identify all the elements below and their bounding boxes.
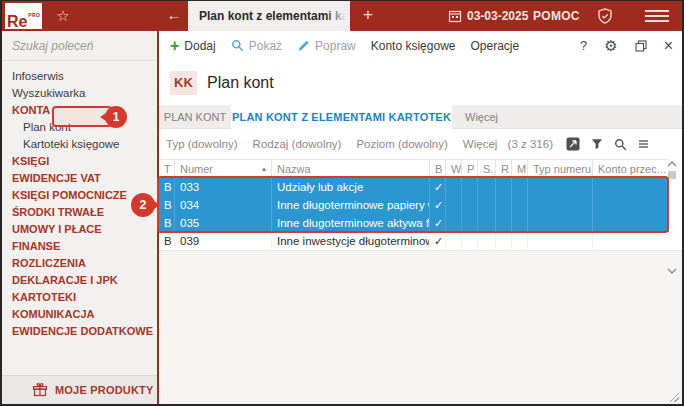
main-panel: + Dodaj Pokaż Popraw Konto księgowe Oper… [159, 31, 682, 404]
col-t[interactable]: T [159, 160, 175, 178]
col-b[interactable]: B [430, 160, 446, 178]
page-header: KK Plan kont [159, 67, 274, 99]
search-input[interactable] [12, 39, 169, 53]
table-row-034[interactable]: B 034 Inne długoterminowe papiery wart..… [159, 196, 669, 214]
accounts-table: T Numer▲ Nazwa B W P S... R M Typ numeru… [159, 159, 669, 250]
cell-typ: B [159, 214, 175, 232]
cell-nazwa: Inne długoterminowe papiery wart... [272, 196, 430, 214]
col-s[interactable]: S... [478, 160, 496, 178]
sidebar-item-ewidencje-dodatkowe[interactable]: EWIDENCJE DODATKOWE [2, 323, 157, 340]
sidebar-item-plan-kont[interactable]: Plan kont [2, 119, 157, 136]
favorite-star-icon[interactable]: ☆ [50, 1, 76, 31]
filter-typ[interactable]: Typ (dowolny) [166, 138, 238, 150]
cell-b-check: ✓ [430, 232, 446, 250]
table-scrollbar[interactable] [665, 161, 679, 179]
col-p[interactable]: P [462, 160, 478, 178]
cell-numer: 039 [175, 232, 272, 250]
col-r[interactable]: R [496, 160, 512, 178]
gear-icon[interactable]: ⚙ [604, 37, 617, 55]
date-widget[interactable]: 03-03-2025 [448, 1, 528, 31]
filter-rodzaj[interactable]: Rodzaj (dowolny) [253, 138, 342, 150]
scrollbar-thumb[interactable] [668, 171, 676, 179]
filterbar: Typ (dowolny) Rodzaj (dowolny) Poziom (d… [159, 129, 682, 159]
tab-title-fade [326, 1, 350, 31]
help-link[interactable]: POMOC [533, 1, 580, 31]
filter-wiecej[interactable]: Więcej [463, 138, 498, 150]
sidebar-item-rozliczenia[interactable]: ROZLICZENIA [2, 255, 157, 272]
magnifier-icon [231, 39, 244, 52]
col-nazwa[interactable]: Nazwa [272, 160, 430, 178]
filterbar-right: (3 z 316) [508, 137, 649, 151]
filter-poziom[interactable]: Poziom (dowolny) [356, 138, 447, 150]
col-m[interactable]: M [512, 160, 528, 178]
topbar: RePRO ☆ ← Plan kont z elementami kart + … [2, 1, 682, 31]
scroll-up-icon[interactable] [667, 161, 677, 167]
cell-numer: 033 [175, 178, 272, 196]
tab-plan-kont-z-elementami-kartotek[interactable]: PLAN KONT Z ELEMENTAMI KARTOTEK [231, 105, 452, 130]
col-typ-numeru[interactable]: Typ numeru... [528, 160, 593, 178]
restore-window-icon[interactable] [635, 40, 647, 52]
my-products-label: MOJE PRODUKTY [55, 384, 154, 396]
resize-grip[interactable] [670, 393, 679, 402]
sidebar-item-konta[interactable]: KONTA [2, 102, 157, 119]
help-button[interactable]: ? [580, 38, 587, 53]
filter-funnel-icon[interactable] [591, 138, 603, 150]
calendar-icon [448, 9, 462, 23]
col-numer[interactable]: Numer▲ [175, 160, 272, 178]
sidebar-item-kartoteki-ksiegowe[interactable]: Kartoteki księgowe [2, 136, 157, 153]
cell-b-check: ✓ [430, 178, 446, 196]
sidebar-divider [157, 31, 159, 404]
my-products-button[interactable]: MOJE PRODUKTY [2, 375, 157, 404]
scroll-down-icon[interactable] [667, 268, 677, 274]
cell-nazwa: Inne inwestycje długoterminowe [272, 232, 430, 250]
account-menu-button[interactable]: Konto księgowe [367, 37, 460, 55]
cell-numer: 034 [175, 196, 272, 214]
col-w[interactable]: W [446, 160, 462, 178]
tab-plan-kont[interactable]: PLAN KONT [159, 105, 231, 128]
sidebar-item-finanse[interactable]: FINANSE [2, 238, 157, 255]
sidebar-item-wyszukiwarka[interactable]: Wyszukiwarka [2, 85, 157, 102]
new-tab-button[interactable]: + [356, 1, 380, 31]
cell-b-check: ✓ [430, 214, 446, 232]
show-label: Pokaż [249, 39, 282, 53]
table-row-033[interactable]: B 033 Udziały lub akcje ✓ [159, 178, 669, 196]
gift-icon [32, 382, 48, 398]
sidebar-item-ksiegi[interactable]: KSIĘGI [2, 153, 157, 170]
sidebar-item-kartoteki[interactable]: KARTOTEKI [2, 289, 157, 306]
export-chart-icon[interactable] [566, 137, 580, 151]
panel-window-controls: ? ⚙ × [580, 31, 673, 60]
search-icon[interactable] [614, 138, 627, 151]
account-menu-label: Konto księgowe [371, 39, 456, 53]
record-count: (3 z 316) [508, 138, 553, 150]
table-row-035[interactable]: B 035 Inne długoterminowe aktywa finan..… [159, 214, 669, 232]
hamburger-menu-icon[interactable] [645, 10, 669, 25]
edit-button[interactable]: Popraw [293, 37, 360, 55]
cell-nazwa: Udziały lub akcje [272, 178, 430, 196]
list-options-icon[interactable] [638, 139, 649, 149]
module-toolbar: + Dodaj Pokaż Popraw Konto księgowe Oper… [159, 31, 682, 60]
current-date: 03-03-2025 [467, 9, 528, 23]
col-konto-przeciwstawne[interactable]: Konto przec... [593, 160, 669, 178]
tab-wiecej[interactable]: Więcej [452, 105, 511, 128]
cell-typ: B [159, 232, 175, 250]
annotation-tail [154, 201, 160, 209]
sidebar: Infoserwis Wyszukiwarka KONTA Plan kont … [2, 31, 157, 404]
sidebar-item-komunikacja[interactable]: KOMUNIKACJA [2, 306, 157, 323]
table-header[interactable]: T Numer▲ Nazwa B W P S... R M Typ numeru… [159, 159, 669, 178]
open-tab[interactable]: Plan kont z elementami kart [188, 1, 350, 31]
back-arrow-icon[interactable]: ← [162, 1, 186, 31]
command-search-row [2, 31, 157, 61]
add-button[interactable]: + Dodaj [166, 37, 220, 55]
page-title: Plan kont [207, 74, 274, 92]
operations-menu-button[interactable]: Operacje [466, 37, 523, 55]
sidebar-item-ewidencje-vat[interactable]: EWIDENCJE VAT [2, 170, 157, 187]
sidebar-item-deklaracje-i-jpk[interactable]: DEKLARACJE I JPK [2, 272, 157, 289]
app-window: RePRO ☆ ← Plan kont z elementami kart + … [0, 0, 684, 406]
show-button[interactable]: Pokaż [227, 37, 286, 55]
security-shield-icon[interactable] [596, 7, 614, 29]
table-row-039[interactable]: B 039 Inne inwestycje długoterminowe ✓ [159, 232, 669, 250]
sidebar-item-infoserwis[interactable]: Infoserwis [2, 68, 157, 85]
close-icon[interactable]: × [664, 37, 673, 55]
brush-icon [297, 39, 310, 52]
sidebar-item-umowy-i-place[interactable]: UMOWY I PŁACE [2, 221, 157, 238]
